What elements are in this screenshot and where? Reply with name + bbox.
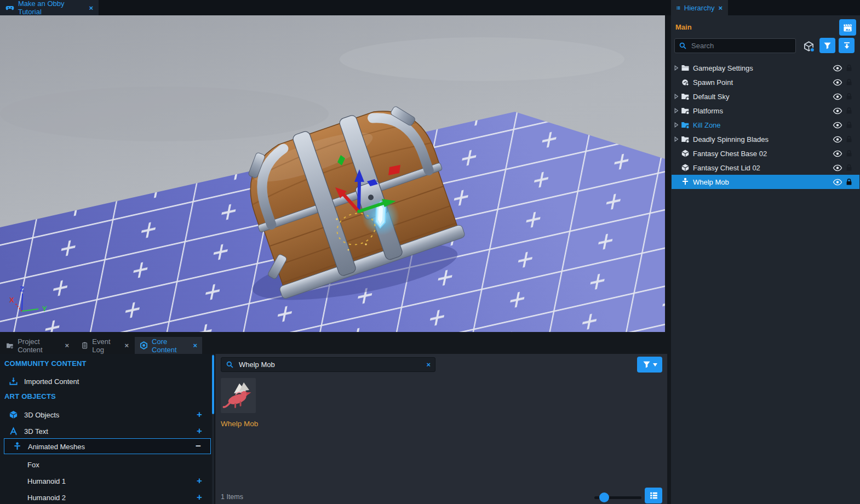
collapse-all-icon [842,41,851,50]
expand-arrow-icon[interactable] [674,65,679,71]
tab-hierarchy[interactable]: Hierarchy × [671,0,728,15]
hierarchy-row-platforms[interactable]: Platforms [672,104,859,118]
lock-icon[interactable] [846,78,852,86]
sidebar-scrollbar-thumb[interactable] [212,355,214,414]
sidebar-item-fox[interactable]: Fox [0,457,211,472]
folder-network-icon [681,92,690,101]
sidebar-item-humanoid-2[interactable]: Humanoid 2 + [0,489,211,504]
section-art-objects: ART OBJECTS [4,392,56,400]
cube-filter-icon[interactable] [803,41,815,52]
list-view-button[interactable] [645,488,662,503]
close-icon[interactable]: × [65,341,69,350]
close-icon[interactable]: × [193,341,197,350]
folder-gear-icon [6,341,14,350]
scene-settings-button[interactable] [839,19,856,36]
lock-icon[interactable] [846,93,852,100]
hierarchy-row-whelp-mob[interactable]: Whelp Mob [672,175,859,189]
content-search-input[interactable] [238,360,422,369]
visibility-eye-icon[interactable] [833,122,842,129]
sidebar-item-3d-text[interactable]: 3D Text + [0,423,211,439]
add-button[interactable]: + [197,409,202,420]
expand-arrow-icon[interactable] [674,136,679,142]
thumbnail-size-slider-thumb[interactable] [599,492,609,502]
hierarchy-list-icon [676,4,680,12]
sidebar-item-animated-meshes[interactable]: Animated Meshes − [4,438,211,454]
visibility-eye-icon[interactable] [833,136,842,143]
lock-icon[interactable] [846,164,852,171]
gizmo-z-arrow[interactable] [359,181,359,211]
content-search-box[interactable]: × [221,357,435,372]
asset-tile-whelp-mob[interactable] [221,378,256,413]
hierarchy-row-fantasy-chest-base[interactable]: Fantasy Chest Base 02 [672,146,859,161]
content-filter-button[interactable] [637,357,662,373]
person-icon [681,177,690,186]
sidebar-item-3d-objects[interactable]: 3D Objects + [0,406,211,423]
hierarchy-row-spawn-point[interactable]: Spawn Point [672,75,859,89]
tab-event-log[interactable]: Event Log × [76,337,134,354]
tab-project-content[interactable]: Project Content × [1,337,74,354]
folder-icon [681,64,690,72]
add-button[interactable]: + [197,426,202,437]
chevron-down-icon [653,363,657,366]
hierarchy-row-deadly-spinning-blades[interactable]: Deadly Spinning Blades [672,132,859,146]
visibility-eye-icon[interactable] [833,107,842,114]
folder-network-icon [681,106,690,115]
collapse-button[interactable]: − [196,441,201,452]
hierarchy-row-kill-zone[interactable]: Kill Zone [672,118,859,132]
top-tab-bar: Make an Obby Tutorial × Hierarchy × [0,0,860,15]
visibility-eye-icon[interactable] [833,150,842,157]
hierarchy-row-default-sky[interactable]: Default Sky [672,89,859,104]
add-button[interactable]: + [197,476,202,486]
visibility-eye-icon[interactable] [833,179,842,186]
spawn-point-icon [681,78,690,87]
gamepad-icon [5,3,14,13]
hierarchy-search-box[interactable] [674,38,796,53]
visibility-eye-icon[interactable] [833,65,842,72]
expand-arrow-icon[interactable] [674,122,679,128]
sidebar-item-imported-content[interactable]: Imported Content [0,374,211,389]
hierarchy-row-fantasy-chest-lid[interactable]: Fantasy Chest Lid 02 [672,161,859,175]
whelp-mob-thumbnail [221,378,256,413]
person-icon [13,442,22,451]
close-icon[interactable]: × [124,341,129,350]
lock-icon[interactable] [846,121,852,129]
lock-icon[interactable] [846,178,852,186]
viewport-3d[interactable]: Z X Y [0,15,665,332]
clipboard-icon [81,341,88,350]
cube-icon [681,149,690,158]
visibility-eye-icon[interactable] [833,164,842,171]
lock-icon[interactable] [846,64,852,72]
core-hexagon-icon [140,341,148,350]
clear-search-icon[interactable]: × [426,360,431,369]
hierarchy-filter-button[interactable] [819,38,835,53]
hierarchy-tab-label: Hierarchy [684,4,715,12]
funnel-icon [823,42,832,50]
lock-icon[interactable] [846,135,852,143]
cube-icon [9,410,18,420]
collapse-all-button[interactable] [839,38,855,53]
3d-text-icon [9,427,18,436]
main-tab-label: Make an Obby Tutorial [18,0,85,16]
tab-core-content[interactable]: Core Content × [135,337,202,354]
core-content-area: × Whelp Mob 1 Items [215,354,667,504]
visibility-eye-icon[interactable] [833,79,842,86]
hierarchy-search-input[interactable] [690,41,792,50]
viewport-scene: Z X Y [0,15,665,332]
tab-label: Core Content [152,337,189,354]
hierarchy-row-gameplay-settings[interactable]: Gameplay Settings [672,61,859,75]
close-icon[interactable]: × [718,4,723,12]
add-button[interactable]: + [197,492,202,503]
hierarchy-panel: Main Gameplay Settings Spawn Point [671,15,860,504]
tab-make-an-obby-tutorial[interactable]: Make an Obby Tutorial × [0,0,99,15]
sidebar-item-humanoid-1[interactable]: Humanoid 1 + [0,473,211,489]
items-count: 1 Items [221,493,243,501]
visibility-eye-icon[interactable] [833,93,842,100]
expand-arrow-icon[interactable] [674,94,679,99]
axis-y-label: Y [42,305,47,313]
lock-icon[interactable] [846,150,852,157]
cloud [340,37,624,81]
close-icon[interactable]: × [89,4,93,12]
expand-arrow-icon[interactable] [674,108,679,113]
bottom-tab-bar: Project Content × Event Log × Core Conte… [0,337,667,354]
lock-icon[interactable] [846,107,852,114]
